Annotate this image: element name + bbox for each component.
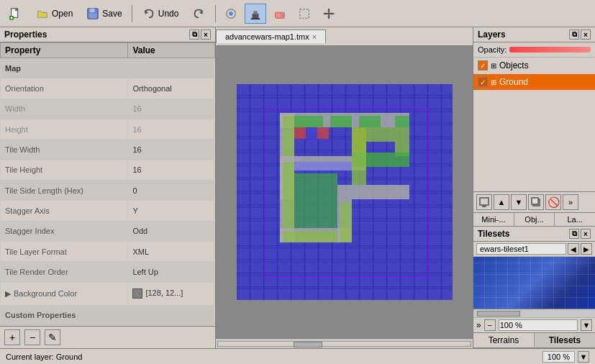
redo-icon — [191, 6, 206, 21]
col-property: Property — [1, 43, 128, 58]
layer-grid-icon-ground: ⊞ — [491, 78, 496, 86]
toolbar: Open Save Undo — [0, 0, 595, 27]
separator-1 — [132, 5, 132, 22]
prop-height: Height 16 — [1, 119, 215, 140]
tool-btn-2[interactable] — [245, 4, 266, 24]
horizontal-scrollbar[interactable] — [216, 338, 473, 348]
value-bg-color: [128, 12...] — [128, 282, 215, 305]
opacity-label: Opacity: — [478, 45, 507, 54]
layer-item-objects[interactable]: ✓ ⊞ Objects — [473, 58, 595, 74]
section-map: Map — [1, 58, 215, 78]
save-button[interactable]: Save — [81, 4, 127, 24]
tilesets-float-btn[interactable]: ⧉ — [569, 229, 579, 239]
add-layer-btn[interactable] — [476, 194, 492, 210]
move-up-btn[interactable]: ▲ — [494, 194, 509, 210]
label-tile-width: Tile Width — [1, 140, 128, 160]
zoom-display[interactable]: 100 % — [542, 351, 575, 363]
open-icon — [35, 6, 50, 21]
undo-button[interactable]: Undo — [137, 4, 184, 24]
scroll-track[interactable] — [217, 341, 471, 347]
layers-close-btn[interactable]: × — [581, 29, 591, 40]
tileset-next-btn[interactable]: ▶ — [581, 243, 592, 255]
zoom-value-display[interactable]: 100 % — [499, 319, 578, 331]
svg-marker-19 — [324, 12, 327, 15]
col-value: Value — [128, 43, 215, 58]
duplicate-layer-btn[interactable] — [528, 194, 544, 210]
new-button[interactable] — [3, 4, 27, 24]
tile-tool-icon — [224, 6, 238, 21]
tilesets-tab[interactable]: Tilesets — [535, 333, 595, 347]
label-tile-side: Tile Side Length (Hex) — [1, 181, 128, 201]
prop-tile-width: Tile Width 16 — [1, 140, 215, 160]
value-width: 16 — [128, 99, 215, 119]
layer-visible-objects[interactable]: ✓ — [478, 60, 488, 70]
svg-marker-17 — [328, 8, 331, 11]
tool-btn-1[interactable] — [220, 4, 242, 24]
open-button[interactable]: Open — [30, 4, 78, 24]
terrain-svg — [237, 84, 453, 300]
edit-property-btn[interactable]: ✎ — [45, 329, 60, 345]
svg-marker-8 — [199, 10, 203, 14]
la-tab[interactable]: La... — [555, 213, 595, 226]
tool-btn-4[interactable] — [294, 4, 315, 24]
svg-rect-46 — [294, 127, 306, 139]
svg-rect-37 — [395, 127, 409, 156]
terrains-tab[interactable]: Terrains — [473, 333, 535, 347]
svg-rect-6 — [89, 14, 97, 18]
delete-layer-btn[interactable]: 🚫 — [545, 194, 561, 210]
canvas-viewport[interactable] — [216, 46, 473, 338]
panel-controls: ⧉ × — [189, 29, 211, 40]
svg-rect-55 — [532, 198, 538, 204]
prop-stagger-axis: Stagger Axis Y — [1, 201, 215, 221]
eraser-tool-icon — [273, 6, 287, 21]
layers-float-btn[interactable]: ⧉ — [569, 29, 579, 40]
tilesets-close-btn[interactable]: × — [581, 229, 591, 239]
save-icon — [86, 6, 100, 21]
prop-tile-render-order: Tile Render Order Left Up — [1, 262, 215, 282]
panel-close-btn[interactable]: × — [201, 29, 211, 40]
tileset-name: ewars-tileset1 — [476, 243, 566, 255]
tileset-prev-btn[interactable]: ◀ — [568, 243, 579, 255]
tileset-zoom-row: » − 100 % ▼ — [473, 317, 595, 332]
map-grid — [237, 84, 453, 300]
tool-btn-5[interactable] — [318, 4, 340, 24]
right-panel: Layers ⧉ × Opacity: ✓ ⊞ Objects ✓ ⊞ Grou… — [473, 27, 595, 348]
layers-panel-controls: ⧉ × — [569, 29, 591, 40]
svg-rect-33 — [359, 116, 381, 127]
layers-header: Layers ⧉ × — [473, 27, 595, 42]
obj-tab[interactable]: Obj... — [514, 213, 555, 226]
mini-tab[interactable]: Mini-... — [473, 213, 514, 226]
svg-rect-44 — [294, 173, 337, 228]
label-stagger-index: Stagger Index — [1, 221, 128, 241]
canvas-area: advancewars-map1.tmx × — [216, 27, 473, 348]
panel-float-btn[interactable]: ⧉ — [189, 29, 199, 40]
more-options-btn[interactable]: » — [563, 194, 578, 210]
properties-panel: Properties ⧉ × Property Value Map Orient… — [0, 27, 216, 348]
tab-close-btn[interactable]: × — [312, 32, 317, 41]
redo-button[interactable] — [186, 4, 211, 24]
tilesets-header: Tilesets ⧉ × — [473, 227, 595, 242]
tileset-scroll-thumb[interactable] — [477, 311, 520, 317]
layer-item-ground[interactable]: ✓ ⊞ Ground — [473, 74, 595, 91]
move-down-btn[interactable]: ▼ — [511, 194, 527, 210]
add-property-btn[interactable]: + — [4, 329, 20, 345]
scroll-thumb[interactable] — [294, 342, 322, 347]
tileset-scrollbar[interactable] — [473, 309, 595, 317]
opacity-slider[interactable] — [509, 47, 591, 53]
tool-btn-3[interactable] — [269, 4, 291, 24]
value-tile-render-order: Left Up — [128, 262, 215, 282]
zoom-dropdown-btn[interactable]: ▼ — [581, 319, 592, 331]
opacity-row: Opacity: — [473, 42, 595, 58]
tileset-preview[interactable] — [473, 257, 595, 309]
zoom-out-btn[interactable]: − — [484, 319, 496, 331]
map-tab[interactable]: advancewars-map1.tmx × — [216, 29, 326, 43]
svg-rect-42 — [283, 162, 294, 228]
remove-property-btn[interactable]: − — [24, 329, 40, 345]
prop-background-color: ▶Background Color [128, 12...] — [1, 282, 215, 305]
layer-name-ground: Ground — [499, 77, 528, 87]
map-canvas[interactable] — [237, 84, 453, 300]
custom-properties-row: Custom Properties — [1, 305, 215, 325]
layer-visible-ground[interactable]: ✓ — [478, 77, 488, 87]
status-zoom-dropdown[interactable]: ▼ — [578, 351, 589, 363]
duplicate-icon — [531, 197, 541, 207]
